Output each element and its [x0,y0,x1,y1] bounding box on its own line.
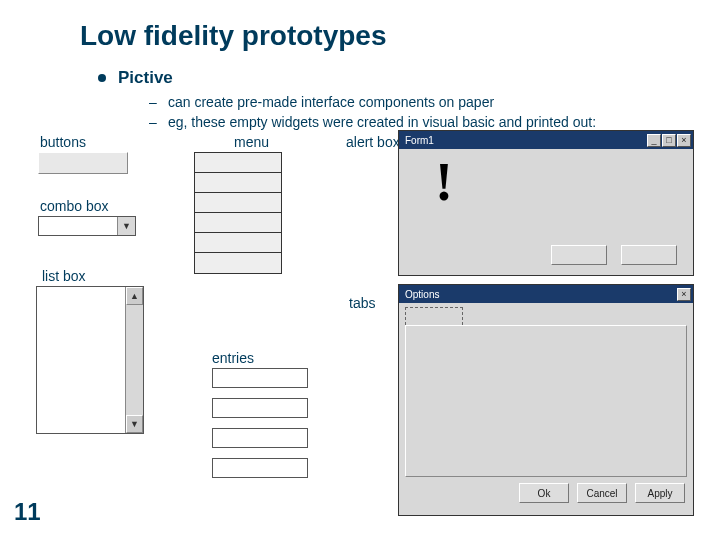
scrollbar: ▲ ▼ [125,287,143,433]
menu-item [195,253,281,273]
tab [405,307,463,325]
main-bullet-text: Pictive [118,68,173,88]
widget-entries [212,368,308,488]
tab-panel [405,325,687,477]
slide-number: 11 [14,498,41,526]
alert-titlebar: Form1 _ □ × [399,131,693,149]
sub-bullet-list: – can create pre-made interface componen… [148,92,596,132]
cancel-button: Cancel [577,483,627,503]
alert-ok-button [551,245,607,265]
label-tabs: tabs [349,295,375,311]
scrollbar-track [126,305,143,415]
dialog-footer: Ok Cancel Apply [399,483,693,511]
menu-item [195,193,281,213]
widget-menu [194,152,282,274]
tabs-title: Options [401,289,439,300]
label-menu: menu [234,134,269,150]
scroll-down-icon: ▼ [126,415,143,433]
tab-bar [399,303,693,325]
exclamation-icon: ! [435,151,453,213]
sub-bullet-2: eg, these empty widgets were created in … [168,112,596,132]
main-bullet: Pictive [98,68,173,88]
combobox-field [39,217,117,235]
apply-button: Apply [635,483,685,503]
window-controls: × [677,288,691,301]
widget-button [38,152,128,174]
label-alert: alert box [346,134,400,150]
entry-field [212,458,308,478]
alert-body: ! [399,149,693,275]
ok-button: Ok [519,483,569,503]
close-icon: × [677,134,691,147]
tabs-titlebar: Options × [399,285,693,303]
widget-listbox: ▲ ▼ [36,286,144,434]
sub-bullet-1: can create pre-made interface components… [168,92,494,112]
chevron-down-icon: ▼ [117,217,135,235]
menu-item [195,213,281,233]
menu-item [195,233,281,253]
listbox-area [37,287,125,433]
entry-field [212,428,308,448]
entry-field [212,398,308,418]
label-entries: entries [212,350,254,366]
widget-tabs-window: Options × Ok Cancel Apply [398,284,694,516]
label-combo: combo box [40,198,108,214]
label-buttons: buttons [40,134,86,150]
alert-cancel-button [621,245,677,265]
bullet-disc-icon [98,74,106,82]
window-controls: _ □ × [647,134,691,147]
slide-title: Low fidelity prototypes [80,20,386,52]
entry-field [212,368,308,388]
scroll-up-icon: ▲ [126,287,143,305]
menu-item [195,153,281,173]
dash-icon: – [148,92,158,112]
menu-item [195,173,281,193]
widget-alert-window: Form1 _ □ × ! [398,130,694,276]
close-icon: × [677,288,691,301]
alert-title: Form1 [401,135,434,146]
dash-icon: – [148,112,158,132]
label-list: list box [42,268,86,284]
minimize-icon: _ [647,134,661,147]
maximize-icon: □ [662,134,676,147]
widget-combobox: ▼ [38,216,136,236]
